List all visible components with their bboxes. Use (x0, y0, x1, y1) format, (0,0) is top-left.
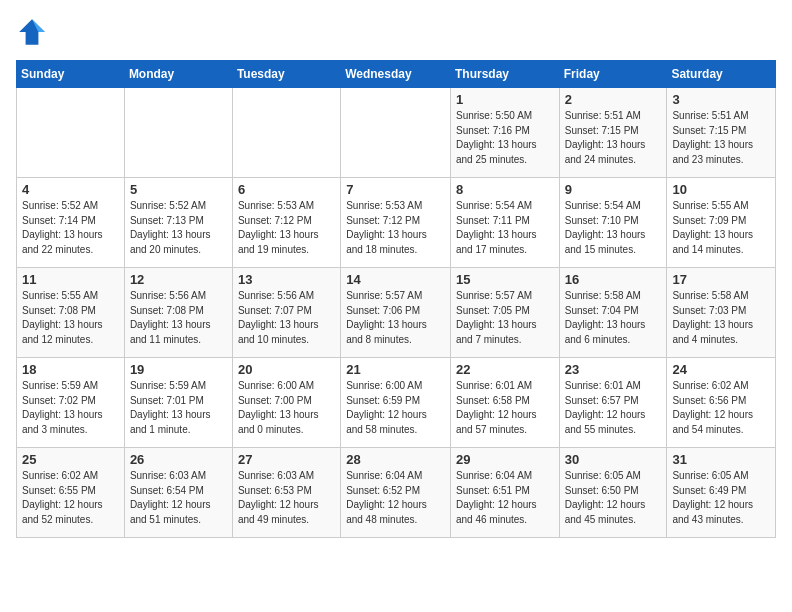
logo (16, 16, 52, 48)
day-number: 20 (238, 362, 335, 377)
day-info: Sunrise: 5:53 AMSunset: 7:12 PMDaylight:… (346, 199, 445, 257)
day-info: Sunrise: 6:05 AMSunset: 6:49 PMDaylight:… (672, 469, 770, 527)
day-cell: 6Sunrise: 5:53 AMSunset: 7:12 PMDaylight… (232, 178, 340, 268)
day-number: 14 (346, 272, 445, 287)
day-info: Sunrise: 5:59 AMSunset: 7:02 PMDaylight:… (22, 379, 119, 437)
day-number: 30 (565, 452, 662, 467)
day-info: Sunrise: 5:55 AMSunset: 7:09 PMDaylight:… (672, 199, 770, 257)
day-number: 19 (130, 362, 227, 377)
day-cell: 28Sunrise: 6:04 AMSunset: 6:52 PMDayligh… (341, 448, 451, 538)
day-cell: 13Sunrise: 5:56 AMSunset: 7:07 PMDayligh… (232, 268, 340, 358)
day-number: 17 (672, 272, 770, 287)
day-info: Sunrise: 5:58 AMSunset: 7:03 PMDaylight:… (672, 289, 770, 347)
day-info: Sunrise: 5:52 AMSunset: 7:14 PMDaylight:… (22, 199, 119, 257)
col-header-friday: Friday (559, 61, 667, 88)
day-info: Sunrise: 5:58 AMSunset: 7:04 PMDaylight:… (565, 289, 662, 347)
day-cell: 8Sunrise: 5:54 AMSunset: 7:11 PMDaylight… (450, 178, 559, 268)
day-cell: 4Sunrise: 5:52 AMSunset: 7:14 PMDaylight… (17, 178, 125, 268)
day-cell: 24Sunrise: 6:02 AMSunset: 6:56 PMDayligh… (667, 358, 776, 448)
day-number: 21 (346, 362, 445, 377)
week-row-1: 1Sunrise: 5:50 AMSunset: 7:16 PMDaylight… (17, 88, 776, 178)
day-number: 27 (238, 452, 335, 467)
day-number: 7 (346, 182, 445, 197)
day-info: Sunrise: 6:01 AMSunset: 6:57 PMDaylight:… (565, 379, 662, 437)
day-info: Sunrise: 5:52 AMSunset: 7:13 PMDaylight:… (130, 199, 227, 257)
day-info: Sunrise: 6:03 AMSunset: 6:53 PMDaylight:… (238, 469, 335, 527)
week-row-2: 4Sunrise: 5:52 AMSunset: 7:14 PMDaylight… (17, 178, 776, 268)
day-info: Sunrise: 5:53 AMSunset: 7:12 PMDaylight:… (238, 199, 335, 257)
day-cell: 9Sunrise: 5:54 AMSunset: 7:10 PMDaylight… (559, 178, 667, 268)
day-number: 13 (238, 272, 335, 287)
week-row-4: 18Sunrise: 5:59 AMSunset: 7:02 PMDayligh… (17, 358, 776, 448)
col-header-sunday: Sunday (17, 61, 125, 88)
day-cell: 31Sunrise: 6:05 AMSunset: 6:49 PMDayligh… (667, 448, 776, 538)
day-info: Sunrise: 5:59 AMSunset: 7:01 PMDaylight:… (130, 379, 227, 437)
day-cell: 30Sunrise: 6:05 AMSunset: 6:50 PMDayligh… (559, 448, 667, 538)
day-number: 18 (22, 362, 119, 377)
col-header-tuesday: Tuesday (232, 61, 340, 88)
day-number: 1 (456, 92, 554, 107)
day-info: Sunrise: 6:01 AMSunset: 6:58 PMDaylight:… (456, 379, 554, 437)
day-number: 22 (456, 362, 554, 377)
day-info: Sunrise: 6:00 AMSunset: 7:00 PMDaylight:… (238, 379, 335, 437)
day-number: 28 (346, 452, 445, 467)
day-info: Sunrise: 6:02 AMSunset: 6:55 PMDaylight:… (22, 469, 119, 527)
day-cell: 3Sunrise: 5:51 AMSunset: 7:15 PMDaylight… (667, 88, 776, 178)
day-cell: 18Sunrise: 5:59 AMSunset: 7:02 PMDayligh… (17, 358, 125, 448)
day-cell: 2Sunrise: 5:51 AMSunset: 7:15 PMDaylight… (559, 88, 667, 178)
day-info: Sunrise: 5:54 AMSunset: 7:11 PMDaylight:… (456, 199, 554, 257)
day-number: 3 (672, 92, 770, 107)
day-number: 6 (238, 182, 335, 197)
day-cell (124, 88, 232, 178)
day-cell: 15Sunrise: 5:57 AMSunset: 7:05 PMDayligh… (450, 268, 559, 358)
day-info: Sunrise: 5:56 AMSunset: 7:07 PMDaylight:… (238, 289, 335, 347)
day-info: Sunrise: 6:05 AMSunset: 6:50 PMDaylight:… (565, 469, 662, 527)
day-cell: 22Sunrise: 6:01 AMSunset: 6:58 PMDayligh… (450, 358, 559, 448)
day-info: Sunrise: 5:56 AMSunset: 7:08 PMDaylight:… (130, 289, 227, 347)
day-info: Sunrise: 6:02 AMSunset: 6:56 PMDaylight:… (672, 379, 770, 437)
day-info: Sunrise: 6:03 AMSunset: 6:54 PMDaylight:… (130, 469, 227, 527)
day-cell: 14Sunrise: 5:57 AMSunset: 7:06 PMDayligh… (341, 268, 451, 358)
col-header-saturday: Saturday (667, 61, 776, 88)
day-cell: 29Sunrise: 6:04 AMSunset: 6:51 PMDayligh… (450, 448, 559, 538)
day-cell: 12Sunrise: 5:56 AMSunset: 7:08 PMDayligh… (124, 268, 232, 358)
day-cell: 17Sunrise: 5:58 AMSunset: 7:03 PMDayligh… (667, 268, 776, 358)
day-cell: 21Sunrise: 6:00 AMSunset: 6:59 PMDayligh… (341, 358, 451, 448)
day-info: Sunrise: 6:04 AMSunset: 6:51 PMDaylight:… (456, 469, 554, 527)
day-number: 4 (22, 182, 119, 197)
day-number: 8 (456, 182, 554, 197)
day-cell: 25Sunrise: 6:02 AMSunset: 6:55 PMDayligh… (17, 448, 125, 538)
day-info: Sunrise: 6:00 AMSunset: 6:59 PMDaylight:… (346, 379, 445, 437)
day-number: 26 (130, 452, 227, 467)
day-cell: 7Sunrise: 5:53 AMSunset: 7:12 PMDaylight… (341, 178, 451, 268)
day-cell: 5Sunrise: 5:52 AMSunset: 7:13 PMDaylight… (124, 178, 232, 268)
day-number: 31 (672, 452, 770, 467)
calendar-table: SundayMondayTuesdayWednesdayThursdayFrid… (16, 60, 776, 538)
day-cell: 23Sunrise: 6:01 AMSunset: 6:57 PMDayligh… (559, 358, 667, 448)
page-header (16, 16, 776, 48)
week-row-5: 25Sunrise: 6:02 AMSunset: 6:55 PMDayligh… (17, 448, 776, 538)
day-cell: 26Sunrise: 6:03 AMSunset: 6:54 PMDayligh… (124, 448, 232, 538)
day-number: 5 (130, 182, 227, 197)
day-number: 9 (565, 182, 662, 197)
day-number: 2 (565, 92, 662, 107)
day-info: Sunrise: 5:57 AMSunset: 7:06 PMDaylight:… (346, 289, 445, 347)
day-number: 23 (565, 362, 662, 377)
day-cell: 19Sunrise: 5:59 AMSunset: 7:01 PMDayligh… (124, 358, 232, 448)
day-cell: 20Sunrise: 6:00 AMSunset: 7:00 PMDayligh… (232, 358, 340, 448)
day-cell: 10Sunrise: 5:55 AMSunset: 7:09 PMDayligh… (667, 178, 776, 268)
day-info: Sunrise: 5:55 AMSunset: 7:08 PMDaylight:… (22, 289, 119, 347)
day-number: 12 (130, 272, 227, 287)
day-number: 25 (22, 452, 119, 467)
day-number: 11 (22, 272, 119, 287)
col-header-wednesday: Wednesday (341, 61, 451, 88)
day-info: Sunrise: 5:50 AMSunset: 7:16 PMDaylight:… (456, 109, 554, 167)
day-number: 16 (565, 272, 662, 287)
day-number: 10 (672, 182, 770, 197)
day-info: Sunrise: 5:57 AMSunset: 7:05 PMDaylight:… (456, 289, 554, 347)
day-cell: 27Sunrise: 6:03 AMSunset: 6:53 PMDayligh… (232, 448, 340, 538)
day-cell (341, 88, 451, 178)
day-info: Sunrise: 5:51 AMSunset: 7:15 PMDaylight:… (565, 109, 662, 167)
col-header-monday: Monday (124, 61, 232, 88)
day-cell (17, 88, 125, 178)
